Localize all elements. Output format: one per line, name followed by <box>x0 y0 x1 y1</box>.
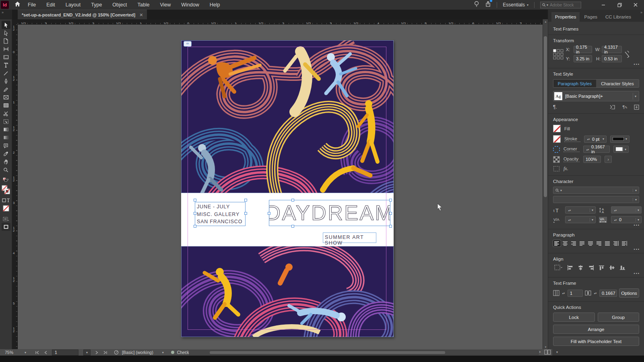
corner-style-dropdown[interactable]: ▾ <box>613 146 629 153</box>
font-style-dropdown[interactable]: ▾ <box>553 196 639 203</box>
stepper-icon[interactable]: ▴▾ <box>586 138 590 140</box>
chevron-down-icon[interactable]: ▾ <box>633 93 638 100</box>
vertical-ruler[interactable]: 1 201 211 221 231 241 251 26 <box>12 25 18 349</box>
page-number-field[interactable]: 1 <box>52 350 78 356</box>
fx-label[interactable]: fx. <box>564 166 568 172</box>
pen-tool[interactable] <box>2 77 10 85</box>
align-away-spine-button[interactable] <box>621 240 628 247</box>
justify-left-button[interactable] <box>578 240 586 247</box>
opacity-icon[interactable] <box>553 156 560 163</box>
first-page-button[interactable] <box>35 351 39 354</box>
align-vcenter-button[interactable] <box>608 264 616 271</box>
last-page-button[interactable] <box>103 351 107 354</box>
page-tool[interactable] <box>2 37 10 45</box>
align-right-edges-button[interactable] <box>587 264 595 271</box>
selection-handle[interactable] <box>291 225 294 228</box>
redefine-style-icon[interactable] <box>609 105 616 110</box>
more-options-icon[interactable]: ••• <box>634 247 640 251</box>
more-options-icon[interactable]: ••• <box>634 272 640 276</box>
align-left-edges-button[interactable] <box>566 264 574 271</box>
paragraph-mark-icon[interactable]: ¶. <box>553 104 557 110</box>
menu-item[interactable]: View <box>160 2 171 8</box>
default-fill-stroke-icon[interactable] <box>2 176 10 184</box>
formatting-affects-icons[interactable] <box>2 196 10 204</box>
tab-pages[interactable]: Pages <box>580 12 601 22</box>
selection-handle[interactable] <box>194 225 196 228</box>
menu-item[interactable]: Type <box>91 2 102 8</box>
vertical-scroll-thumb[interactable] <box>544 36 547 197</box>
frame-handle[interactable] <box>268 212 270 215</box>
selection-handle[interactable] <box>194 212 196 215</box>
artwork-bottom-image[interactable] <box>181 246 394 337</box>
search-input[interactable] <box>549 2 576 8</box>
chevron-down-icon[interactable]: ▾ <box>625 137 627 141</box>
selection-tool[interactable] <box>2 21 10 29</box>
opacity-expand-button[interactable]: › <box>605 156 612 163</box>
page-number-dropdown[interactable]: ▾ <box>83 350 91 356</box>
chevron-down-icon[interactable]: ▾ <box>625 148 626 151</box>
tab-cc-libraries[interactable]: CC Libraries <box>602 12 635 22</box>
text-frame-options-button[interactable]: Options <box>619 288 639 298</box>
stock-search[interactable]: ▾ <box>540 2 581 8</box>
stroke-style-dropdown[interactable]: ▾ <box>610 136 630 143</box>
stepper-icon[interactable]: ▴▾ <box>593 292 597 294</box>
paragraph-style-dropdown[interactable]: Ag [Basic Paragraph]+ ▾ <box>553 91 639 101</box>
tab-properties[interactable]: Properties <box>551 12 580 22</box>
preflight-menu[interactable]: [Basic] (working) ▾ <box>114 350 164 355</box>
lock-button[interactable]: Lock <box>553 313 595 322</box>
corner-radius-field[interactable]: ▴▾ 0.1667 in <box>583 146 610 153</box>
corner-options-icon[interactable] <box>553 146 560 153</box>
group-button[interactable]: Group <box>598 313 640 322</box>
align-bottom-edges-button[interactable] <box>619 264 626 271</box>
learn-bulb-icon[interactable] <box>474 1 479 9</box>
selection-handle[interactable] <box>194 199 196 202</box>
w-field[interactable]: 4.1317 in <box>602 46 622 53</box>
type-tool[interactable] <box>2 61 10 69</box>
arrange-button[interactable]: Arrange <box>553 325 639 334</box>
opacity-label[interactable]: Opacity <box>564 156 580 162</box>
font-family-dropdown[interactable]: ▾ ▾ <box>553 187 639 194</box>
reference-point-proxy[interactable] <box>553 49 564 60</box>
leading-field[interactable]: ▴▾▾ <box>611 206 642 214</box>
previous-page-button[interactable] <box>44 351 47 354</box>
fill-swatch[interactable] <box>553 125 561 132</box>
chevron-down-icon[interactable]: ▾ <box>633 198 637 202</box>
align-top-edges-button[interactable] <box>598 264 605 271</box>
align-center-button[interactable] <box>561 240 569 247</box>
canvas-pasteboard[interactable]: ∞ JUNE - JULYMISC. GALLERYSAN FRANCISCO … <box>18 25 543 349</box>
close-button[interactable] <box>630 0 641 9</box>
spread-view-icon[interactable] <box>544 350 551 355</box>
restore-button[interactable] <box>614 0 625 9</box>
share-icon[interactable] <box>485 1 491 9</box>
kerning-field[interactable]: ▴▾▾ <box>565 216 596 223</box>
scissors-tool[interactable] <box>2 109 10 117</box>
horizontal-ruler[interactable]: 1/231/221/211/201/211/221/231/241/251/26… <box>18 19 543 25</box>
menu-item[interactable]: Object <box>112 2 127 8</box>
line-tool[interactable] <box>2 69 10 77</box>
scroll-right-icon[interactable]: ▸ <box>539 350 541 354</box>
stroke-weight-field[interactable]: ▴▾ 0 pt ▾ <box>584 136 607 143</box>
more-options-icon[interactable]: ••• <box>634 62 640 66</box>
next-page-button[interactable] <box>95 351 98 354</box>
ruler-origin-box[interactable] <box>12 19 18 25</box>
new-style-icon[interactable] <box>634 105 639 110</box>
menu-item[interactable]: Table <box>137 2 149 8</box>
vertical-scrollbar[interactable]: ▴ ▾ <box>543 19 548 349</box>
selection-handle[interactable] <box>291 199 294 202</box>
subtitle-text-frame[interactable]: SUMMER ART SHOW <box>323 232 376 243</box>
chevron-down-icon[interactable]: ▾ <box>633 189 637 192</box>
tracking-field[interactable]: ▴▾0▾ <box>611 216 642 223</box>
gradient-swatch-tool[interactable] <box>2 125 10 134</box>
info-text-frame[interactable]: JUNE - JULYMISC. GALLERYSAN FRANCISCO <box>195 202 246 226</box>
gap-tool[interactable] <box>2 45 10 53</box>
more-options-icon[interactable]: ••• <box>634 223 640 227</box>
fill-placeholder-button[interactable]: Fill with Placeholder Text <box>553 337 639 346</box>
headline-text-frame[interactable]: DAYDREAM <box>269 200 390 226</box>
stroke-label[interactable]: Stroke <box>564 136 580 142</box>
gradient-feather-tool[interactable] <box>2 134 10 142</box>
paragraph-styles-tab[interactable]: Paragraph Styles <box>553 80 596 87</box>
view-options-icon[interactable] <box>2 215 10 223</box>
link-badge[interactable]: ∞ <box>184 41 192 47</box>
document-page[interactable]: ∞ JUNE - JULYMISC. GALLERYSAN FRANCISCO … <box>181 40 394 337</box>
note-tool[interactable] <box>2 142 10 150</box>
